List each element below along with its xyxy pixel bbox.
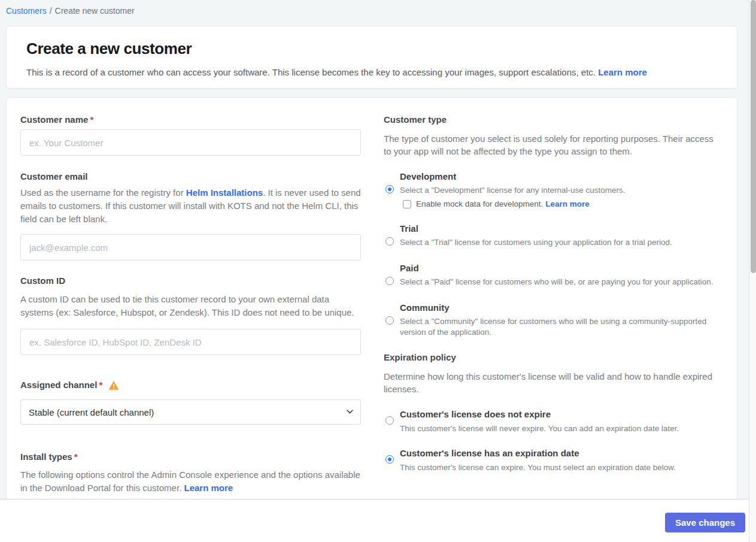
assigned-channel-select[interactable]: Stable (current default channel) <box>20 399 361 425</box>
radio-license-does-not-expire[interactable] <box>385 416 394 425</box>
option-has-date-description: This customer's license can expire. You … <box>400 462 714 473</box>
header-description-text: This is a record of a customer who can a… <box>26 67 596 77</box>
expiration-policy-heading: Expiration policy <box>384 352 714 362</box>
vertical-scrollbar-thumb[interactable] <box>751 0 756 273</box>
assigned-channel-select-wrap: Stable (current default channel) <box>20 399 361 425</box>
option-no-expire-title: Customer's license does not expire <box>400 408 714 420</box>
custom-id-input[interactable] <box>20 329 361 355</box>
form-left-column: Customer name* Customer email Used as th… <box>20 114 361 495</box>
install-types-required-asterisk: * <box>74 452 78 462</box>
helm-installations-link[interactable]: Helm Installations <box>186 187 263 198</box>
customer-type-option-paid: Paid Select a "Paid" license for custome… <box>384 262 714 287</box>
option-trial-title: Trial <box>400 223 714 235</box>
customer-email-description: Used as the username for the registry fo… <box>20 186 361 226</box>
customer-type-option-development: Development Select a "Development" licen… <box>384 171 714 208</box>
save-changes-button[interactable]: Save changes <box>665 513 745 532</box>
assigned-channel-label: Assigned channel* <box>20 380 361 390</box>
radio-license-has-expiration[interactable] <box>385 455 394 464</box>
option-has-date-title: Customer's license has an expiration dat… <box>400 447 714 459</box>
breadcrumb-customers-link[interactable]: Customers <box>6 6 47 16</box>
form-right-column: Customer type The type of customer you s… <box>384 114 714 495</box>
customer-name-label-text: Customer name <box>20 114 88 125</box>
assigned-channel-label-text: Assigned channel <box>20 380 97 390</box>
page: Customers/Create new customer Create a n… <box>0 0 756 542</box>
install-types-learn-more-link[interactable]: Learn more <box>184 483 233 493</box>
radio-trial[interactable] <box>385 237 394 246</box>
install-types-description: The following options control the Admin … <box>20 468 361 495</box>
option-community-description: Select a "Community" license for custome… <box>400 316 714 338</box>
customer-email-desc-before: Used as the username for the registry fo… <box>20 187 186 198</box>
expiration-option-has-date: Customer's license has an expiration dat… <box>384 447 714 473</box>
radio-community[interactable] <box>385 316 394 325</box>
option-no-expire-description: This customer's license will never expir… <box>400 423 714 434</box>
breadcrumb-separator: / <box>50 6 52 16</box>
option-development-description: Select a "Development" license for any i… <box>400 185 714 196</box>
customer-name-input[interactable] <box>20 129 361 156</box>
option-trial-description: Select a "Trial" license for customers u… <box>400 237 714 248</box>
customer-type-option-trial: Trial Select a "Trial" license for custo… <box>384 223 714 248</box>
install-types-label: Install types* <box>20 452 361 462</box>
mock-data-checkbox-label: Enable mock data for development. <box>416 199 543 208</box>
vertical-scrollbar-track[interactable] <box>749 0 756 542</box>
breadcrumb-current: Create new customer <box>55 6 135 16</box>
custom-id-label: Custom ID <box>20 275 361 286</box>
customer-name-label: Customer name* <box>20 114 361 125</box>
breadcrumb: Customers/Create new customer <box>6 6 135 16</box>
customer-type-option-community: Community Select a "Community" license f… <box>384 302 714 338</box>
expiration-policy-description: Determine how long this customer's licen… <box>384 370 714 395</box>
customer-type-description: The type of customer you select is used … <box>384 132 714 158</box>
header-description: This is a record of a customer who can a… <box>26 66 717 78</box>
radio-paid[interactable] <box>385 277 394 285</box>
header-learn-more-link[interactable]: Learn more <box>598 67 647 77</box>
mock-data-learn-more-link[interactable]: Learn more <box>545 199 590 208</box>
customer-email-input[interactable] <box>20 234 361 261</box>
radio-development[interactable] <box>385 185 394 193</box>
warning-icon <box>108 380 119 390</box>
option-paid-description: Select a "Paid" license for customers wh… <box>400 277 714 287</box>
customer-email-label: Customer email <box>20 171 361 181</box>
customer-name-required-asterisk: * <box>90 114 93 125</box>
mock-data-checkbox-row: Enable mock data for development. Learn … <box>400 199 714 208</box>
form-card: Customer name* Customer email Used as th… <box>6 97 737 542</box>
option-paid-title: Paid <box>400 262 714 274</box>
expiration-option-no-expire: Customer's license does not expire This … <box>384 408 714 434</box>
install-types-label-text: Install types <box>20 452 72 462</box>
option-community-title: Community <box>400 302 714 314</box>
assigned-channel-required-asterisk: * <box>99 380 102 390</box>
footer-bar: Save changes <box>0 499 749 542</box>
header-card: Create a new customer This is a record o… <box>6 26 737 89</box>
customer-type-heading: Customer type <box>384 114 714 125</box>
mock-data-checkbox[interactable] <box>403 200 411 208</box>
page-title: Create a new customer <box>26 40 717 58</box>
option-development-title: Development <box>400 171 714 183</box>
custom-id-description: A custom ID can be used to tie this cust… <box>20 293 361 319</box>
